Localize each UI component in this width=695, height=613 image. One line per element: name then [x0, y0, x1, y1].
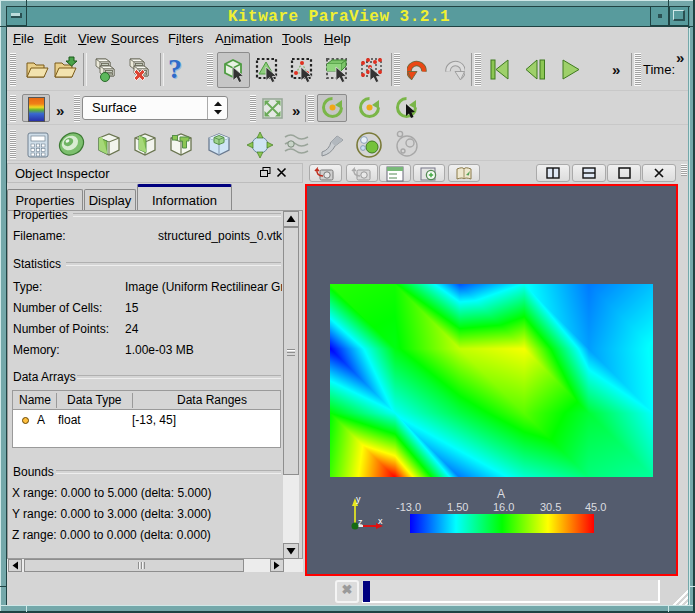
svg-text:y: y — [356, 494, 361, 504]
svg-text:x: x — [378, 516, 383, 526]
svg-text:z: z — [358, 517, 363, 527]
